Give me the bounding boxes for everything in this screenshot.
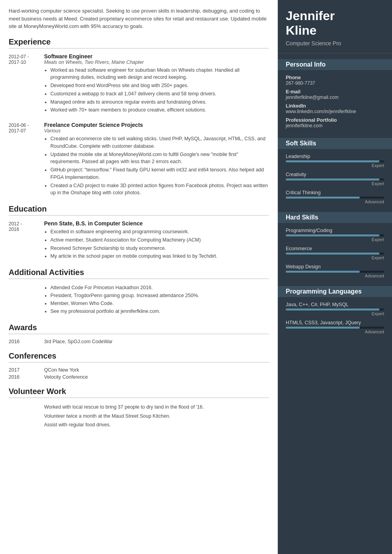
exp-bullet: Managed online ads to announce regular e… [50, 99, 269, 106]
soft-skills-container: Leadership Expert Creativity Expert Crit… [286, 154, 384, 204]
left-panel: Hard-working computer science specialist… [0, 0, 278, 554]
name-line2: Kline [286, 23, 316, 37]
experience-heading: Experience [9, 37, 269, 46]
personal-info-section: Personal Info Phone 267-980-7737 E-mail … [278, 54, 392, 132]
skill-bar-fill [286, 271, 360, 273]
skill-name: Creativity [286, 172, 384, 177]
skill-bar-fill [286, 178, 379, 180]
activities-list: Attended Code For Princeton Hackathon 20… [44, 284, 269, 315]
conf-year: 2016 [9, 374, 44, 380]
exp-bullet: Updated the mobile site at MoneyMoneyWor… [50, 151, 269, 166]
exp-bullet: Created a CAD project to make 3D printed… [50, 182, 269, 197]
skill-name: Java, C++, C#, PHP, MySQL [286, 302, 384, 307]
activity-item: Member, Women Who Code. [50, 299, 269, 307]
activities-divider [9, 279, 269, 279]
exp-date: 2016-06 -2017-07 [9, 122, 44, 197]
skill-bar-bg [286, 327, 384, 329]
hard-skills-container: Programming/Coding Expert Ecommerce Expe… [286, 228, 384, 278]
skill-level: Expert [286, 163, 384, 168]
skill-name: Ecommerce [286, 246, 384, 251]
volunteer-heading: Volunteer Work [9, 387, 269, 396]
award-text: 3rd Place, SpOJ.com CodeWar [44, 339, 113, 344]
skill-name: Leadership [286, 154, 384, 159]
right-header: Jennifer Kline Computer Science Pro [278, 0, 392, 54]
volunteer-container: Worked with local rescue to bring 37 peo… [44, 403, 269, 429]
skill-item: Leadership Expert [286, 154, 384, 168]
skill-item: Ecommerce Expert [286, 246, 384, 260]
volunteer-item: Assist with regular food drives. [44, 420, 269, 429]
exp-bullet: Customized a webapp to track all 1,047 d… [50, 90, 269, 98]
edu-bullet: Received Schreyer Scholarship to study e… [50, 245, 269, 252]
phone-label: Phone [286, 75, 384, 80]
education-row: 2012 -2016 Penn State, B.S. in Computer … [9, 220, 269, 261]
skill-item: Creativity Expert [286, 172, 384, 186]
experience-row: 2012-07 -2017-10 Software Engineer Meals… [9, 53, 269, 115]
education-divider [9, 215, 269, 216]
skill-bar-bg [286, 271, 384, 273]
awards-heading: Awards [9, 323, 269, 332]
skill-level: Expert [286, 181, 384, 186]
conf-year: 2017 [9, 367, 44, 373]
summary-text: Hard-working computer science specialist… [9, 7, 269, 30]
skill-item: Webapp Design Advanced [286, 264, 384, 278]
skill-name: Critical Thinking [286, 190, 384, 195]
exp-content: Software Engineer Meals on Wheels, Two R… [44, 53, 269, 115]
skill-bar-bg [286, 253, 384, 255]
skill-bar-bg [286, 309, 384, 310]
award-year: 2016 [9, 339, 44, 344]
conferences-heading: Conferences [9, 351, 269, 361]
skill-name: HTML5, CSS3, Javascript, JQuery [286, 320, 384, 325]
awards-container: 20163rd Place, SpOJ.com CodeWar [9, 339, 269, 344]
right-panel: Jennifer Kline Computer Science Pro Pers… [278, 0, 392, 554]
exp-bullets: Created an ecommerce site to sell walkin… [44, 135, 269, 197]
education-container: 2012 -2016 Penn State, B.S. in Computer … [9, 220, 269, 261]
exp-bullet: Created an ecommerce site to sell walkin… [50, 135, 269, 150]
skill-level: Expert [286, 311, 384, 316]
hard-skills-section: Hard Skills Programming/Coding Expert Ec… [278, 206, 392, 281]
volunteer-divider [9, 398, 269, 398]
skill-level: Advanced [286, 199, 384, 204]
skill-bar-fill [286, 327, 360, 329]
experience-divider [9, 48, 269, 48]
edu-date: 2012 -2016 [9, 220, 44, 261]
exp-bullet: Worked with 70+ team members to produce … [50, 106, 269, 114]
awards-divider [9, 334, 269, 334]
skill-level: Advanced [286, 273, 384, 278]
award-row: 20163rd Place, SpOJ.com CodeWar [9, 339, 269, 344]
skill-item: Programming/Coding Expert [286, 228, 384, 242]
activities-heading: Additional Activities [9, 268, 269, 277]
edu-bullet: My article in the school paper on mobile… [50, 253, 269, 260]
conferences-divider [9, 362, 269, 363]
conference-row: 2016Velocity Conference [9, 374, 269, 380]
exp-bullets: Worked as head software engineer for sub… [44, 67, 269, 114]
skill-bar-fill [286, 309, 379, 310]
experience-row: 2016-06 -2017-07 Freelance Computer Scie… [9, 122, 269, 197]
activity-item: President, TrogdorPenn gaming group. Inc… [50, 292, 269, 299]
activity-item: See my professional portfolio at jennife… [50, 307, 269, 315]
portfolio-label: Professional Portfolio [286, 117, 384, 123]
exp-bullet: GitHub project: "tensorflow." Fixed faul… [50, 166, 269, 181]
prog-lang-container: Java, C++, C#, PHP, MySQL Expert HTML5, … [286, 302, 384, 334]
skill-bar-bg [286, 234, 384, 236]
skill-bar-fill [286, 197, 360, 199]
conferences-container: 2017QCon New York2016Velocity Conference [9, 367, 269, 380]
exp-date: 2012-07 -2017-10 [9, 53, 44, 115]
edu-bullet: Active member, Student Association for C… [50, 236, 269, 244]
name-line1: Jennifer [286, 9, 335, 23]
exp-org: Meals on Wheels, Two Rivers, Maine Chapt… [44, 59, 269, 65]
linkedin-label: LinkedIn [286, 103, 384, 109]
skill-bar-fill [286, 253, 379, 255]
skill-bar-fill [286, 234, 379, 236]
email-value: jenniferfkline@gmail.com [286, 95, 384, 100]
linkedin-value: www.linkedin.com/in/jenniferfkline [286, 109, 384, 114]
exp-title: Freelance Computer Science Projects [44, 122, 269, 128]
skill-level: Advanced [286, 329, 384, 334]
activity-item: Attended Code For Princeton Hackathon 20… [50, 284, 269, 292]
education-heading: Education [9, 204, 269, 214]
skill-name: Programming/Coding [286, 228, 384, 233]
exp-org: Various [44, 128, 269, 134]
prog-lang-section: Programming Languages Java, C++, C#, PHP… [278, 281, 392, 342]
edu-bullet: Excelled in software engineering and pro… [50, 228, 269, 236]
skill-level: Expert [286, 255, 384, 260]
skill-item: HTML5, CSS3, Javascript, JQuery Advanced [286, 320, 384, 334]
